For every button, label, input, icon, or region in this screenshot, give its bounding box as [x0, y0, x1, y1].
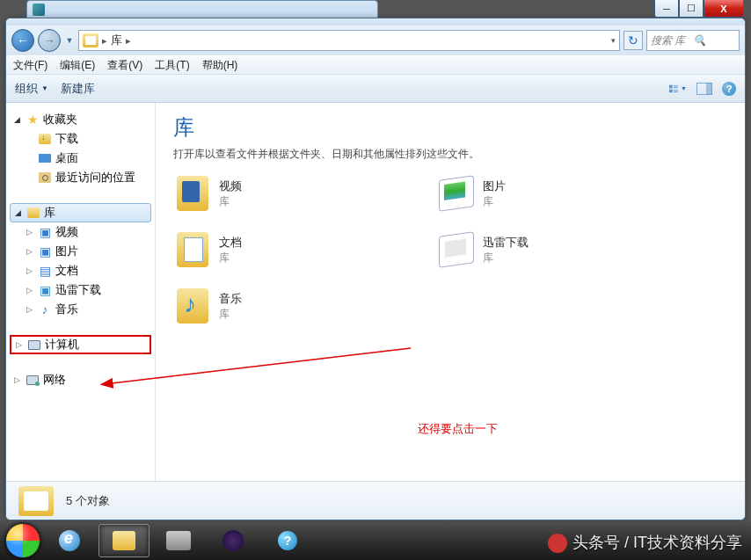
view-options-button[interactable]: ▼	[669, 81, 687, 97]
expand-arrow-icon[interactable]: ▷	[11, 375, 22, 384]
expand-arrow-icon[interactable]: ▷	[24, 266, 34, 275]
address-bar[interactable]: ▸ 库 ▸ ▾	[78, 30, 620, 51]
tree-item-downloads[interactable]: 下载	[18, 129, 155, 149]
minimize-button[interactable]: ─	[654, 0, 679, 18]
downloads-icon	[37, 132, 53, 146]
tree-item-libraries[interactable]: ◢ 库	[10, 203, 151, 222]
library-grid: 视频库 图片库 文档库 迅雷下载库 音乐库	[173, 174, 727, 325]
document-library-icon	[173, 230, 212, 269]
library-item-xunlei[interactable]: 迅雷下载库	[437, 230, 595, 269]
maximize-button[interactable]: ☐	[679, 0, 704, 18]
navigation-pane: ◢ ★ 收藏夹 下载 桌面 最近访问的位置	[6, 103, 156, 481]
item-name: 迅雷下载	[483, 235, 529, 251]
expand-arrow-icon[interactable]: ▷	[24, 286, 34, 295]
libraries-icon	[83, 33, 98, 47]
tree-label: 下载	[55, 131, 78, 147]
taskbar-item-app[interactable]	[153, 524, 204, 557]
annotation-text: 还得要点击一下	[418, 421, 498, 437]
item-type: 库	[219, 194, 242, 209]
tree-label: 库	[44, 205, 55, 221]
collapse-arrow-icon[interactable]: ◢	[12, 208, 23, 217]
start-button[interactable]	[5, 523, 40, 558]
taskbar-item-eclipse[interactable]	[208, 524, 259, 557]
refresh-button[interactable]: ↻	[623, 31, 643, 50]
xunlei-icon: ▣	[37, 283, 53, 297]
status-library-icon	[18, 486, 54, 516]
menu-file[interactable]: 文件(F)	[13, 58, 47, 73]
tree-item-recent[interactable]: 最近访问的位置	[18, 168, 155, 187]
tree-group-libraries: ◢ 库 ▷ ▣ 视频 ▷ ▣ 图片 ▷ ▤ 文档	[6, 203, 155, 319]
tree-label: 音乐	[55, 302, 78, 317]
explorer-body: ◢ ★ 收藏夹 下载 桌面 最近访问的位置	[6, 103, 745, 481]
tree-item-computer[interactable]: ▷ 计算机	[10, 335, 151, 354]
tree-group-network: ▷ 网络	[6, 370, 155, 389]
taskbar-item-explorer[interactable]	[98, 524, 149, 557]
expand-arrow-icon[interactable]: ▷	[24, 228, 34, 236]
address-dropdown-icon[interactable]: ▾	[611, 36, 616, 45]
menu-bar: 文件(F) 编辑(E) 查看(V) 工具(T) 帮助(H)	[6, 55, 745, 75]
svg-rect-0	[669, 84, 673, 88]
tree-item-desktop[interactable]: 桌面	[18, 149, 155, 168]
item-type: 库	[483, 251, 529, 265]
menu-edit[interactable]: 编辑(E)	[60, 58, 95, 73]
tree-item-documents[interactable]: ▷ ▤ 文档	[18, 261, 155, 280]
library-item-documents[interactable]: 文档库	[173, 230, 332, 269]
tree-item-network[interactable]: ▷ 网络	[6, 370, 155, 389]
tree-label: 最近访问的位置	[55, 170, 135, 185]
help-button[interactable]: ?	[722, 82, 736, 96]
taskbar-item-ie[interactable]	[44, 524, 95, 557]
recent-places-icon	[37, 171, 53, 185]
preview-pane-button[interactable]	[696, 81, 713, 97]
close-button[interactable]: X	[704, 0, 744, 18]
navigation-bar: ← → ▼ ▸ 库 ▸ ▾ ↻ 搜索 库 🔍	[6, 25, 745, 55]
menu-help[interactable]: 帮助(H)	[202, 58, 238, 73]
star-icon: ★	[25, 113, 40, 127]
explorer-icon	[113, 531, 135, 550]
video-icon: ▣	[37, 225, 53, 239]
svg-rect-4	[674, 90, 678, 91]
dropdown-arrow-icon: ▼	[41, 84, 48, 92]
expand-arrow-icon[interactable]: ▷	[13, 340, 24, 349]
library-item-videos[interactable]: 视频库	[173, 174, 332, 213]
tree-item-pictures[interactable]: ▷ ▣ 图片	[18, 242, 155, 261]
expand-arrow-icon[interactable]: ▷	[24, 247, 34, 256]
history-dropdown[interactable]: ▼	[64, 36, 75, 45]
expand-arrow-icon[interactable]: ▷	[24, 305, 34, 314]
svg-rect-7	[706, 83, 712, 95]
library-item-pictures[interactable]: 图片库	[437, 174, 595, 213]
search-icon[interactable]: 🔍	[693, 34, 735, 47]
organize-label: 组织	[15, 81, 38, 97]
tree-item-videos[interactable]: ▷ ▣ 视频	[18, 222, 155, 242]
back-button[interactable]: ←	[11, 29, 34, 52]
ie-icon	[59, 530, 80, 551]
tree-item-music[interactable]: ▷ ♪ 音乐	[18, 300, 155, 319]
status-bar: 5 个对象	[6, 481, 745, 520]
tree-item-xunlei[interactable]: ▷ ▣ 迅雷下载	[18, 280, 155, 300]
menu-view[interactable]: 查看(V)	[107, 58, 142, 73]
explorer-window: ← → ▼ ▸ 库 ▸ ▾ ↻ 搜索 库 🔍 文件(F) 编辑(E) 查看(V)…	[5, 18, 746, 520]
computer-icon	[26, 338, 42, 352]
collapse-arrow-icon[interactable]: ◢	[11, 115, 22, 124]
forward-button[interactable]: →	[38, 29, 61, 52]
menu-tools[interactable]: 工具(T)	[155, 58, 189, 73]
music-library-icon	[173, 287, 212, 325]
taskbar-item-help[interactable]: ?	[262, 524, 313, 557]
new-library-label: 新建库	[61, 81, 95, 97]
tree-item-favorites[interactable]: ◢ ★ 收藏夹	[6, 110, 155, 129]
content-title: 库	[173, 113, 727, 142]
search-placeholder: 搜索 库	[651, 33, 693, 48]
organize-button[interactable]: 组织 ▼	[15, 81, 48, 97]
tree-label: 计算机	[45, 337, 79, 353]
library-item-music[interactable]: 音乐库	[173, 287, 332, 325]
breadcrumb-separator-icon[interactable]: ▸	[126, 35, 131, 47]
breadcrumb-item[interactable]: 库	[111, 33, 122, 48]
new-library-button[interactable]: 新建库	[61, 81, 95, 97]
item-name: 视频	[219, 178, 242, 194]
xunlei-library-icon	[437, 230, 476, 269]
tree-label: 文档	[55, 263, 78, 279]
breadcrumb-separator-icon: ▸	[102, 35, 107, 47]
status-text: 5 个对象	[66, 493, 110, 509]
search-box[interactable]: 搜索 库 🔍	[646, 30, 740, 51]
help-icon: ?	[278, 531, 297, 550]
libraries-icon	[26, 206, 41, 220]
